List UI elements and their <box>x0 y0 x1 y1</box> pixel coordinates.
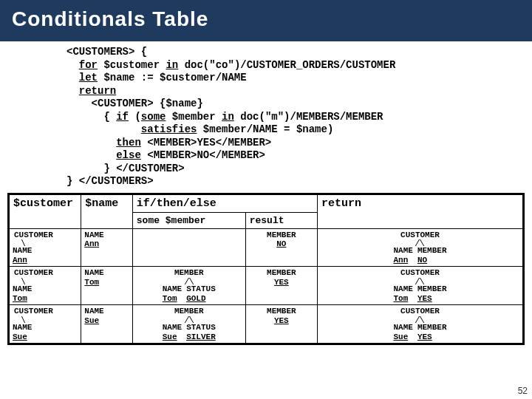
return-left-label: NAME <box>393 284 412 294</box>
name-value: Tom <box>84 278 99 287</box>
some-root: MEMBER <box>173 268 205 278</box>
tree-label: NAME <box>13 246 32 256</box>
return-left-value: Tom <box>393 294 408 304</box>
tree-label: NAME <box>13 284 32 294</box>
some-root: MEMBER <box>173 307 205 316</box>
table-header-row: $customer $name if/then/else return <box>10 194 523 212</box>
tree-root: CUSTOMER <box>13 231 55 240</box>
return-root: CUSTOMER <box>399 307 441 316</box>
some-left-value: Sue <box>163 332 177 342</box>
return-left-label: NAME <box>393 246 412 256</box>
some-left-label: NAME <box>163 323 182 332</box>
return-right-value: YES <box>417 332 432 342</box>
result-value: YES <box>274 316 289 326</box>
return-right-label: MEMBER <box>417 246 447 256</box>
result-root: MEMBER <box>267 268 296 278</box>
col-customer: $customer <box>10 194 81 228</box>
table-row: CUSTOMER NAME Sue NAME Sue MEMBER NAME <box>10 305 523 344</box>
table-row: CUSTOMER NAME Ann NAME Ann MEMBER NO <box>10 228 523 267</box>
return-right-value: YES <box>417 294 432 304</box>
code-block: <CUSTOMERS> { for $customer in doc("co")… <box>0 41 532 191</box>
name-label: NAME <box>84 307 103 316</box>
tree-root: CUSTOMER <box>13 307 55 316</box>
col-return: return <box>317 194 522 228</box>
col-ifthenelse: if/then/else <box>132 194 317 212</box>
name-label: NAME <box>84 231 103 240</box>
return-right-label: MEMBER <box>417 284 447 294</box>
some-right-label: STATUS <box>186 323 216 332</box>
name-value: Sue <box>84 316 99 326</box>
result-root: MEMBER <box>267 231 296 240</box>
tree-label: NAME <box>13 323 32 332</box>
some-left-label: NAME <box>163 284 182 294</box>
result-value: YES <box>274 278 289 287</box>
page-number: 52 <box>518 386 528 396</box>
return-right-label: MEMBER <box>417 323 447 332</box>
result-root: MEMBER <box>267 307 296 316</box>
conditionals-table: $customer $name if/then/else return some… <box>7 193 525 346</box>
tree-value: Sue <box>13 332 27 342</box>
some-right-value: GOLD <box>186 294 205 304</box>
return-right-value: NO <box>417 256 427 265</box>
return-root: CUSTOMER <box>399 268 441 278</box>
some-right-value: SILVER <box>186 332 216 342</box>
result-value: NO <box>276 239 286 249</box>
some-left-value: Tom <box>163 294 177 304</box>
return-left-value: Ann <box>393 256 408 265</box>
some-right-label: STATUS <box>186 284 216 294</box>
name-label: NAME <box>84 268 103 278</box>
tree-value: Tom <box>13 294 27 304</box>
tree-value: Ann <box>13 256 27 265</box>
name-value: Ann <box>84 239 99 249</box>
return-left-label: NAME <box>393 323 412 332</box>
tree-root: CUSTOMER <box>13 268 55 278</box>
return-root: CUSTOMER <box>399 231 441 240</box>
slide-title: Conditionals Table <box>0 0 532 41</box>
col-name: $name <box>81 194 133 228</box>
some-member-cell <box>132 228 245 267</box>
col-some-member: some $member <box>132 212 245 228</box>
table-row: CUSTOMER NAME Tom NAME Tom MEMBER NAME <box>10 267 523 305</box>
col-result: result <box>245 212 317 228</box>
return-left-value: Sue <box>393 332 408 342</box>
